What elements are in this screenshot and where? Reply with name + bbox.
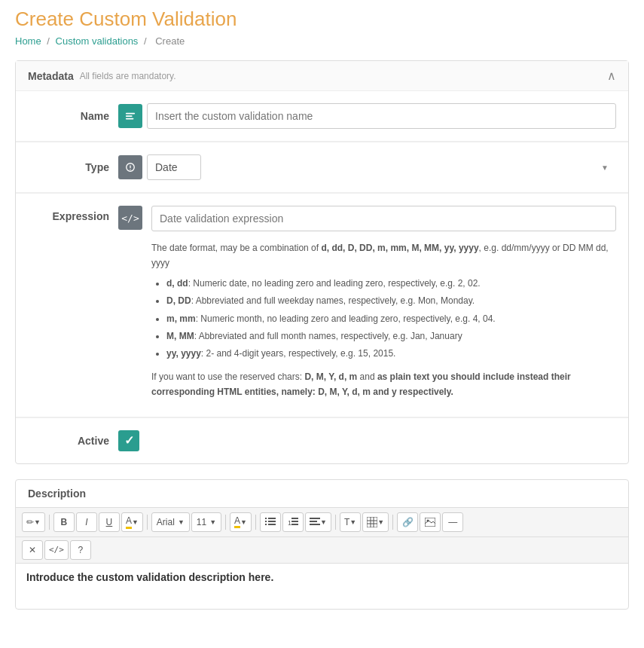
svg-rect-9	[268, 521, 276, 522]
page-title: Create Custom Validation	[15, 8, 629, 31]
editor-area[interactable]: Introduce the custom validation descript…	[16, 564, 628, 609]
svg-rect-13	[291, 518, 298, 519]
metadata-header: Metadata All fields are mandatory. ∧	[16, 61, 628, 91]
type-label: Type	[28, 161, 118, 173]
table-button[interactable]: ▼	[362, 512, 389, 532]
clear-format-button[interactable]: ✕	[22, 540, 43, 560]
breadcrumb-home[interactable]: Home	[15, 35, 41, 47]
pen-button[interactable]: ✏ ▼	[22, 512, 45, 532]
hr-button[interactable]: —	[442, 512, 463, 532]
svg-rect-6	[265, 518, 267, 519]
toolbar-row1: ✏ ▼ B I U A ▼ Arial ▼ 11 ▼ A ▼	[16, 508, 628, 537]
editor-placeholder: Introduce the custom validation descript…	[26, 571, 273, 583]
type-select-wrapper: Date Text Number Email	[147, 154, 616, 180]
expression-icon: </>	[118, 206, 142, 230]
expression-input[interactable]	[151, 206, 616, 231]
svg-rect-2	[126, 118, 134, 120]
expression-help: The date format, may be a combination of…	[151, 240, 616, 400]
active-label: Active	[28, 435, 118, 447]
bold-button[interactable]: B	[53, 512, 75, 532]
svg-rect-10	[265, 524, 267, 525]
list-ol-button[interactable]: 1	[282, 512, 304, 532]
expression-content: The date format, may be a combination of…	[151, 206, 616, 405]
svg-rect-7	[268, 518, 276, 519]
svg-rect-19	[367, 517, 377, 527]
italic-button[interactable]: I	[76, 512, 97, 532]
color-button[interactable]: A ▼	[230, 512, 252, 532]
help-button[interactable]: ?	[70, 540, 91, 560]
svg-rect-8	[265, 521, 267, 522]
svg-rect-1	[126, 115, 133, 117]
svg-rect-0	[126, 113, 135, 115]
name-icon	[118, 104, 142, 128]
svg-rect-11	[268, 524, 276, 525]
svg-rect-17	[310, 521, 317, 522]
type-icon	[118, 155, 142, 179]
breadcrumb-custom-validations[interactable]: Custom validations	[56, 35, 139, 47]
align-button[interactable]: ▼	[305, 512, 331, 532]
name-input[interactable]	[147, 103, 616, 129]
svg-rect-14	[291, 521, 298, 522]
text-format-button[interactable]: T ▼	[340, 512, 361, 532]
breadcrumb-current: Create	[155, 35, 185, 47]
description-header: Description	[16, 480, 628, 508]
svg-rect-15	[291, 524, 298, 525]
highlight-button[interactable]: A ▼	[121, 512, 143, 532]
active-row: Active	[16, 418, 628, 463]
link-button[interactable]: 🔗	[397, 512, 418, 532]
expression-row: Expression </> The date format, may be a…	[16, 194, 628, 417]
collapse-button[interactable]: ∧	[607, 69, 616, 83]
expression-label: Expression	[28, 206, 118, 222]
metadata-subtitle: All fields are mandatory.	[80, 71, 176, 81]
name-row: Name	[16, 91, 628, 142]
source-code-button[interactable]: </>	[44, 540, 69, 560]
image-button[interactable]	[420, 512, 441, 532]
size-select[interactable]: 11 ▼	[191, 512, 221, 532]
svg-rect-16	[310, 518, 320, 519]
font-select[interactable]: Arial ▼	[151, 512, 190, 532]
svg-rect-18	[310, 524, 320, 525]
list-ul-button[interactable]	[260, 512, 281, 532]
type-select[interactable]: Date Text Number Email	[147, 154, 201, 180]
svg-point-5	[130, 169, 130, 170]
underline-button[interactable]: U	[99, 512, 120, 532]
active-checkbox[interactable]	[118, 430, 139, 451]
metadata-section: Metadata All fields are mandatory. ∧ Nam…	[15, 60, 629, 464]
type-row: Type Date Text Number Email	[16, 142, 628, 193]
breadcrumb: Home / Custom validations / Create	[15, 35, 629, 47]
svg-text:1: 1	[288, 519, 291, 527]
metadata-title: Metadata	[28, 70, 74, 82]
description-section: Description ✏ ▼ B I U A ▼ Arial ▼ 11 ▼ A…	[15, 479, 629, 610]
toolbar-row2: ✕ </> ?	[16, 537, 628, 564]
name-label: Name	[28, 110, 118, 122]
